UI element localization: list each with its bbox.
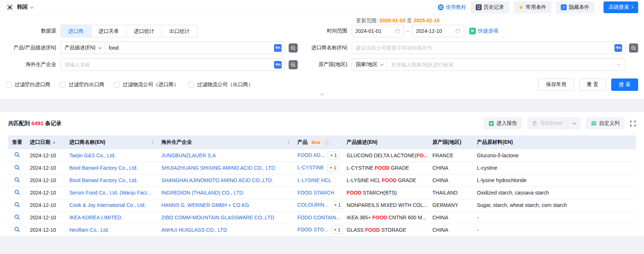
importer-link[interactable]: IKEA KOREA LIMITED. bbox=[69, 215, 123, 220]
more-products-badge[interactable]: + 1 bbox=[328, 151, 339, 159]
more-products-badge[interactable]: + 1 bbox=[332, 201, 343, 209]
export-excel-group: 导出Excel bbox=[527, 117, 581, 130]
importer-link[interactable]: Serom Food Co., Ltd. (Wanju Fact... bbox=[69, 190, 151, 196]
sort-import-date[interactable]: ▲▼ bbox=[53, 140, 55, 145]
product-search-input[interactable] bbox=[105, 42, 274, 54]
product-description-cell: GLUCONO DELTA LACTONE(FO... bbox=[343, 149, 429, 162]
beta-info-icon[interactable]: i bbox=[324, 140, 330, 145]
datasource-tab[interactable]: 进口商 bbox=[61, 25, 91, 37]
view-record-icon[interactable] bbox=[14, 214, 20, 220]
start-date-input[interactable]: 2024-01-01 bbox=[352, 25, 404, 37]
importer-link[interactable]: Neoflam Co., Ltd. bbox=[69, 227, 109, 233]
col-product: 产品 Beta i bbox=[294, 135, 343, 149]
import-date-cell: 2024-12-10 bbox=[26, 174, 66, 186]
origin-input[interactable] bbox=[387, 59, 617, 70]
export-excel-button[interactable]: 导出Excel bbox=[527, 117, 568, 130]
translate-icon[interactable]: 中A bbox=[614, 44, 622, 52]
datasource-tab[interactable]: 出口统计 bbox=[162, 25, 197, 37]
tutorial-link[interactable]: 使用教程 bbox=[438, 4, 466, 11]
view-record-icon[interactable] bbox=[14, 189, 20, 195]
view-record-icon[interactable] bbox=[14, 227, 20, 232]
exclude-filter-icon[interactable] bbox=[289, 60, 298, 69]
exclude-filter-icon[interactable] bbox=[289, 43, 298, 53]
product-link[interactable]: FOOD STARCH bbox=[297, 190, 334, 196]
origin-input-group: 国家/地区 bbox=[352, 58, 625, 71]
manufacturer-link[interactable]: ZIBO COMM-MOUNTAIN GLASSWARE CO.,LTD bbox=[161, 215, 274, 220]
product-link[interactable]: FOOD CONTAIN... bbox=[297, 215, 340, 220]
importer-link[interactable]: Cook & Joy International Co., Ltd. bbox=[69, 202, 146, 208]
origin-type-select[interactable]: 国家/地区 bbox=[352, 59, 387, 70]
country-selector[interactable]: 韩国 bbox=[6, 3, 33, 11]
importer-link[interactable]: Bixol Banwol Factory Co., Ltd. bbox=[69, 177, 138, 183]
checkbox-box[interactable] bbox=[6, 82, 12, 88]
manufacturer-link[interactable]: JUNGBUNZLAUER S.A bbox=[161, 153, 216, 158]
fullscreen-icon[interactable] bbox=[630, 120, 636, 127]
update-range-from: 2020-01-02 bbox=[379, 18, 406, 23]
hide-conditions-button[interactable]: 隐藏条件 bbox=[556, 1, 594, 13]
table-row: 2024-12-10Neoflam Co., Ltd.ANHUI HUIGLAS… bbox=[8, 224, 636, 236]
table-row: 2024-12-10Bixol Banwol Factory Co., Ltd.… bbox=[8, 162, 636, 174]
view-record-icon[interactable] bbox=[14, 152, 20, 158]
more-products-badge[interactable]: + 1 bbox=[327, 164, 339, 172]
favorites-button[interactable]: ★ 常用条件 bbox=[514, 1, 551, 13]
end-date-input[interactable]: 2024-12-10 bbox=[412, 25, 464, 37]
search-button[interactable]: 搜 索 bbox=[611, 78, 638, 91]
importer-input[interactable] bbox=[352, 42, 614, 54]
advanced-search-button[interactable]: 高级搜索 bbox=[603, 1, 638, 13]
filter-checkbox[interactable]: 过滤空白进口商 bbox=[6, 81, 50, 88]
enter-report-button[interactable]: 进入报告 bbox=[483, 117, 522, 130]
importer-link[interactable]: Bixol Banwol Factory Co., Ltd. bbox=[69, 165, 138, 171]
filter-checkbox[interactable]: 过滤物流公司（出口商） bbox=[188, 81, 253, 88]
quick-options-link[interactable]: ⌘ 快捷选项 bbox=[469, 28, 498, 34]
update-range-to: 2025-02-16 bbox=[413, 18, 440, 23]
collapse-form-button[interactable] bbox=[309, 93, 335, 99]
product-field-select[interactable]: 产品描述(EN) bbox=[61, 42, 105, 54]
history-button[interactable]: 历史记录 bbox=[471, 1, 509, 13]
checkbox-box[interactable] bbox=[60, 82, 66, 88]
translate-icon[interactable]: 中A bbox=[274, 61, 282, 69]
exclude-filter-icon[interactable] bbox=[629, 43, 638, 53]
export-options-chevron[interactable] bbox=[568, 117, 581, 130]
view-record-icon[interactable] bbox=[14, 165, 20, 170]
product-link[interactable]: L-CYSTINE bbox=[297, 165, 324, 170]
origin-country-cell: FRANCE bbox=[429, 149, 473, 162]
chevron-down-icon[interactable] bbox=[617, 62, 621, 66]
checkbox-box[interactable] bbox=[188, 82, 194, 88]
datasource-tab[interactable]: 进口统计 bbox=[126, 25, 162, 37]
import-date-cell: 2024-12-10 bbox=[26, 199, 66, 211]
reset-button[interactable]: 重 置 bbox=[579, 78, 606, 91]
filter-checkbox[interactable]: 过滤物流公司（进口商） bbox=[114, 81, 179, 88]
origin-country-cell: THAILAND bbox=[429, 186, 473, 199]
manufacturer-link[interactable]: HANNS G. WERNER GMBH + CO.KG bbox=[161, 202, 249, 208]
origin-label: 原产国(地区) bbox=[309, 61, 352, 68]
datasource-tab[interactable]: 进口关单 bbox=[91, 25, 126, 37]
manufacturer-link[interactable]: INGREDION (THAILAND) CO., LTD. bbox=[161, 190, 244, 196]
manufacturer-link[interactable]: SHIJIAZHUANG SHIXING AMINO ACID CO., LTD bbox=[161, 165, 275, 171]
product-link[interactable]: FOOD AD... bbox=[297, 152, 325, 158]
col-manufacturer: 海外生产企业 ▲▼ bbox=[158, 135, 294, 149]
korea-flag-icon bbox=[6, 3, 14, 11]
product-link[interactable]: FOOD STO... bbox=[297, 227, 328, 232]
sort-manufacturer[interactable]: ▲▼ bbox=[287, 140, 290, 145]
customize-columns-button[interactable]: 自定义列 bbox=[586, 117, 625, 130]
quick-options-icon: ⌘ bbox=[469, 28, 476, 34]
translate-icon[interactable]: 中A bbox=[274, 44, 282, 52]
importer-label: 进口商名称(EN) bbox=[309, 45, 352, 51]
view-record-icon[interactable] bbox=[14, 177, 20, 183]
product-link[interactable]: COLOURIN... bbox=[297, 202, 329, 208]
save-favorite-button[interactable]: 保存常用 bbox=[538, 78, 574, 91]
col-product-description: 产品描述(EN) bbox=[343, 135, 429, 149]
filter-checkbox[interactable]: 过滤空白出口商 bbox=[60, 81, 104, 88]
importer-link[interactable]: Taejin G&S Co., Ltd. bbox=[69, 153, 116, 158]
more-products-badge[interactable]: + 1 bbox=[331, 226, 343, 234]
sort-importer-name[interactable]: ▲▼ bbox=[151, 140, 154, 145]
origin-country-cell: CHINA bbox=[429, 211, 473, 224]
manufacturer-link[interactable]: SHANGHAI AJINOMOTO AMINO ACID CO.,LTD. bbox=[161, 177, 273, 183]
product-link[interactable]: L-LYSINE HCL bbox=[297, 177, 331, 183]
checkbox-box[interactable] bbox=[114, 82, 120, 88]
table-row: 2024-12-10Bixol Banwol Factory Co., Ltd.… bbox=[8, 174, 636, 186]
manufacturer-link[interactable]: ANHUI HUIGLASS CO., LTD bbox=[161, 227, 227, 233]
col-importer-name: 进口商名称(EN) ▲▼ bbox=[66, 135, 158, 149]
view-record-icon[interactable] bbox=[14, 202, 20, 208]
manufacturer-input[interactable] bbox=[61, 59, 274, 70]
